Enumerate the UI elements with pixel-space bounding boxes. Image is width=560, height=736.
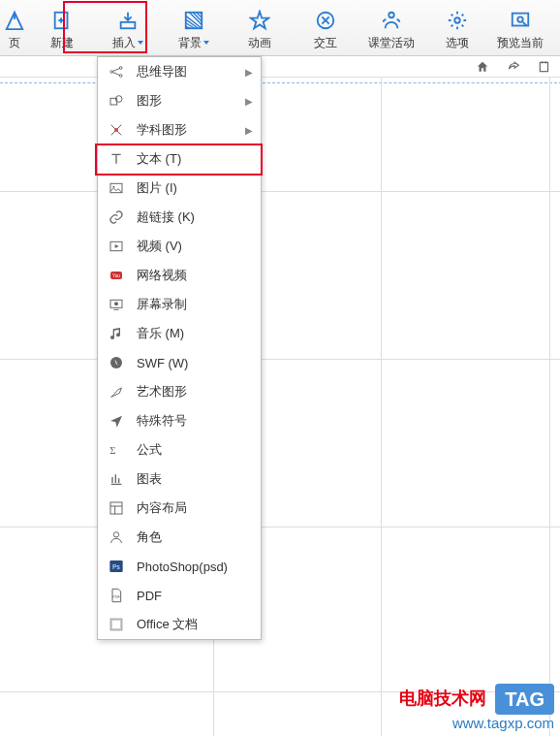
menu-role-label: 角色: [137, 528, 162, 546]
text-icon: [108, 150, 125, 168]
menu-role[interactable]: 角色: [98, 523, 261, 552]
watermark-url: www.tagxp.com: [399, 715, 554, 732]
menu-music[interactable]: 音乐 (M): [98, 319, 261, 348]
background-label: 背景: [178, 35, 209, 51]
art-shape-icon: [108, 383, 125, 400]
animation-button[interactable]: 动画: [227, 3, 293, 55]
menu-mindmap[interactable]: 思维导图 ▶: [98, 57, 261, 86]
menu-screen-record-label: 屏幕录制: [137, 296, 187, 313]
new-icon: [49, 8, 75, 33]
menu-shape-label: 图形: [137, 92, 162, 110]
role-icon: [108, 528, 125, 546]
menu-image[interactable]: 图片 (I): [98, 174, 261, 203]
menu-formula-label: 公式: [137, 441, 162, 459]
menu-photoshop[interactable]: Ps PhotoShop(psd): [98, 552, 261, 581]
grid-line: [549, 78, 550, 736]
home-icon[interactable]: [475, 59, 490, 75]
photoshop-icon: Ps: [108, 558, 125, 575]
menu-office[interactable]: Office 文档: [98, 610, 261, 639]
subject-shape-icon: [108, 121, 125, 139]
menu-online-video[interactable]: You 网络视频: [98, 261, 261, 290]
submenu-arrow-icon: ▶: [245, 125, 253, 136]
menu-special-symbol[interactable]: 特殊符号: [98, 406, 261, 435]
animation-label: 动画: [248, 35, 271, 51]
svg-point-14: [114, 128, 118, 132]
special-symbol-icon: [108, 412, 125, 430]
export-icon[interactable]: [537, 59, 552, 75]
menu-photoshop-label: PhotoShop(psd): [137, 560, 228, 574]
page-label: 页: [9, 35, 20, 51]
menu-subject-shape-label: 学科图形: [137, 121, 187, 139]
options-icon: [445, 8, 470, 33]
menu-video[interactable]: 视频 (V): [98, 232, 261, 261]
menu-office-label: Office 文档: [137, 616, 198, 633]
menu-swf[interactable]: SWF (W): [98, 348, 261, 377]
page-button[interactable]: 页: [0, 3, 29, 55]
svg-text:Σ: Σ: [109, 445, 115, 456]
menu-online-video-label: 网络视频: [137, 267, 187, 284]
interact-label: 交互: [314, 35, 337, 51]
svg-point-10: [119, 67, 122, 70]
svg-point-5: [454, 17, 460, 23]
menu-text[interactable]: 文本 (T): [98, 144, 261, 174]
svg-point-25: [113, 532, 118, 537]
menu-swf-label: SWF (W): [137, 356, 188, 370]
preview-button[interactable]: 预览当前: [490, 3, 550, 55]
watermark-title: 电脑技术网: [399, 688, 486, 710]
svg-point-9: [110, 71, 113, 74]
menu-special-symbol-label: 特殊符号: [137, 412, 187, 430]
page-icon: [2, 8, 27, 33]
menu-chart[interactable]: 图表: [98, 464, 261, 494]
office-icon: [108, 616, 125, 633]
share-icon[interactable]: [506, 59, 521, 75]
chart-icon: [108, 470, 125, 488]
insert-icon: [115, 8, 140, 33]
background-button[interactable]: 背景: [161, 3, 227, 55]
screen-record-icon: [108, 296, 125, 313]
preview-icon: [508, 8, 533, 33]
menu-chart-label: 图表: [137, 470, 162, 488]
menu-shape[interactable]: 图形 ▶: [98, 86, 261, 115]
menu-layout[interactable]: 内容布局: [98, 494, 261, 523]
sub-toolbar: [0, 56, 560, 78]
interact-button[interactable]: 交互: [293, 3, 358, 55]
music-icon: [108, 325, 125, 342]
formula-icon: Σ: [108, 441, 125, 459]
top-toolbar: 页 新建 插入 背景 动画 交互 课堂活动: [0, 0, 560, 56]
svg-text:PDF: PDF: [112, 594, 121, 599]
menu-image-label: 图片 (I): [137, 179, 177, 197]
menu-hyperlink[interactable]: 超链接 (K): [98, 203, 261, 232]
insert-button[interactable]: 插入: [95, 3, 161, 55]
image-icon: [108, 179, 125, 197]
submenu-arrow-icon: ▶: [245, 96, 253, 107]
menu-formula[interactable]: Σ 公式: [98, 435, 261, 464]
menu-pdf[interactable]: PDF PDF: [98, 581, 261, 610]
background-caret-icon: [203, 41, 209, 45]
grid-line: [0, 527, 560, 528]
insert-label: 插入: [112, 35, 143, 51]
svg-rect-30: [112, 621, 120, 628]
grid-line: [381, 78, 382, 736]
menu-subject-shape[interactable]: 学科图形 ▶: [98, 115, 261, 144]
menu-screen-record[interactable]: 屏幕录制: [98, 290, 261, 319]
new-button[interactable]: 新建: [29, 3, 95, 55]
interact-icon: [313, 8, 338, 33]
insert-dropdown-menu: 思维导图 ▶ 图形 ▶ 学科图形 ▶ 文本 (T) 图片 (I) 超链接 (K)…: [97, 56, 262, 640]
menu-art-shape-label: 艺术图形: [137, 383, 187, 400]
layout-icon: [108, 499, 125, 517]
menu-mindmap-label: 思维导图: [137, 63, 187, 80]
watermark-tag: TAG: [495, 684, 554, 715]
menu-art-shape[interactable]: 艺术图形: [98, 377, 261, 406]
preview-label: 预览当前: [497, 35, 544, 51]
mindmap-icon: [108, 63, 125, 80]
menu-pdf-label: PDF: [137, 589, 162, 603]
canvas-area[interactable]: [0, 78, 560, 736]
class-activity-button[interactable]: 课堂活动: [358, 3, 424, 55]
video-icon: [108, 238, 125, 255]
menu-text-label: 文本 (T): [137, 150, 181, 168]
swf-icon: [108, 354, 125, 371]
online-video-icon: You: [108, 267, 125, 284]
options-button[interactable]: 选项: [424, 3, 490, 55]
shape-icon: [108, 92, 125, 110]
svg-text:You: You: [112, 273, 120, 278]
